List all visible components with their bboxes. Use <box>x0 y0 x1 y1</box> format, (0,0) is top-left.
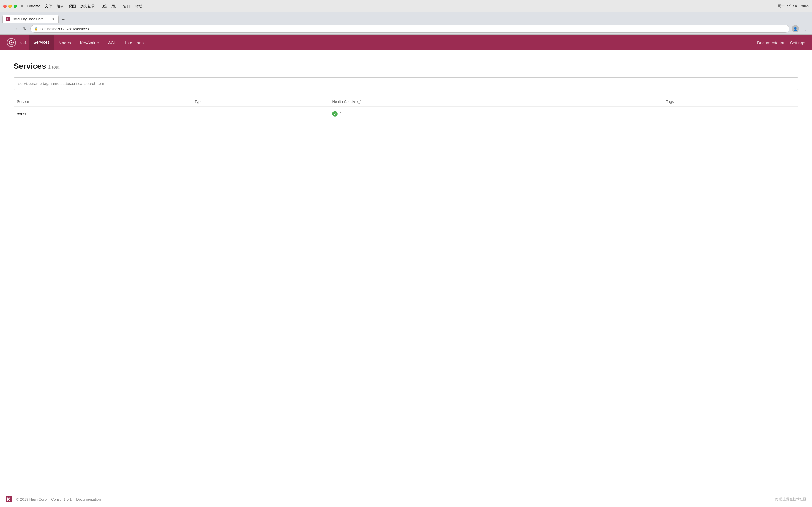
consul-icon <box>9 40 14 45</box>
documentation-link[interactable]: Documentation <box>757 40 785 45</box>
help-menu[interactable]: 帮助 <box>135 4 142 9</box>
column-tags: Tags <box>663 97 799 107</box>
nav-link-intentions[interactable]: Intentions <box>121 35 148 50</box>
bookmarks-menu[interactable]: 书签 <box>100 4 107 9</box>
consul-footer: © 2019 HashiCorp Consul 1.5.1 Documentat… <box>0 490 812 507</box>
time-display: 周一 下午5:51 <box>778 4 799 8</box>
close-button[interactable] <box>3 4 7 8</box>
column-type: Type <box>191 97 329 107</box>
active-tab[interactable]: C Consul by HashiCorp ✕ <box>2 15 59 23</box>
footer-documentation-link[interactable]: Documentation <box>76 497 101 501</box>
menu-bar:  Chrome 文件 编辑 视图 历史记录 书签 用户 窗口 帮助 <box>21 4 142 9</box>
footer-copyright: © 2019 HashiCorp <box>16 497 47 501</box>
reload-button[interactable]: ↻ <box>21 25 28 32</box>
status-icons: 周一 下午5:51 xuan <box>778 4 809 8</box>
main-content: Services 1 total Service Type Health Che… <box>0 50 812 490</box>
apple-menu[interactable]:  <box>21 4 23 8</box>
datacenter-label: dc1 <box>20 40 27 45</box>
tab-bar: C Consul by HashiCorp ✕ + <box>0 12 812 23</box>
maximize-button[interactable] <box>13 4 17 8</box>
security-icon: 🔓 <box>34 27 38 31</box>
forward-button[interactable]: → <box>12 25 19 32</box>
svg-point-1 <box>11 42 12 43</box>
view-menu[interactable]: 视图 <box>68 4 76 9</box>
user-display: xuan <box>801 4 809 8</box>
column-health-checks: Health Checks i <box>329 97 663 107</box>
footer-links: © 2019 HashiCorp Consul 1.5.1 Documentat… <box>16 497 101 501</box>
consul-app: dc1 Services Nodes Key/Value ACL Intenti… <box>0 35 812 507</box>
edit-menu[interactable]: 编辑 <box>57 4 64 9</box>
health-count: 1 <box>340 112 342 116</box>
address-bar[interactable]: 🔓 localhost:8500/ui/dc1/services <box>31 25 790 33</box>
url-display: localhost:8500/ui/dc1/services <box>40 27 89 31</box>
nav-link-nodes[interactable]: Nodes <box>54 35 75 50</box>
nav-link-services[interactable]: Services <box>29 35 54 50</box>
titlebar-left:  Chrome 文件 编辑 视图 历史记录 书签 用户 窗口 帮助 <box>3 4 142 9</box>
nav-links: Services Nodes Key/Value ACL Intentions <box>29 35 757 50</box>
file-menu[interactable]: 文件 <box>45 4 52 9</box>
nav-right: Documentation Settings <box>757 40 805 45</box>
nav-link-acl[interactable]: ACL <box>103 35 121 50</box>
services-table: Service Type Health Checks i Tags consul <box>13 97 799 121</box>
table-row[interactable]: consul 1 <box>13 107 799 121</box>
chrome-menu[interactable]: Chrome <box>28 4 40 8</box>
health-cell: 1 <box>332 111 659 117</box>
service-tags <box>663 107 799 121</box>
service-name: consul <box>17 112 28 116</box>
column-service: Service <box>13 97 191 107</box>
consul-logo[interactable] <box>7 38 16 47</box>
nav-link-keyvalue[interactable]: Key/Value <box>75 35 103 50</box>
table-header: Service Type Health Checks i Tags <box>13 97 799 107</box>
health-checks-info-icon[interactable]: i <box>357 100 361 104</box>
table-body: consul 1 <box>13 107 799 121</box>
traffic-lights <box>3 4 17 8</box>
service-type <box>191 107 329 121</box>
history-menu[interactable]: 历史记录 <box>80 4 95 9</box>
checkmark-icon <box>333 112 337 115</box>
page-subtitle: 1 total <box>48 65 61 70</box>
titlebar:  Chrome 文件 编辑 视图 历史记录 书签 用户 窗口 帮助 周一 下午… <box>0 0 812 12</box>
search-input[interactable] <box>13 77 799 90</box>
footer-hashicorp-icon <box>6 496 12 502</box>
footer-logo <box>6 496 12 502</box>
tab-favicon: C <box>6 17 10 21</box>
titlebar-right: 周一 下午5:51 xuan <box>778 4 809 8</box>
footer-community: @ 掘土掘金技术社区 <box>775 497 806 502</box>
new-tab-button[interactable]: + <box>60 16 66 23</box>
omnibar: ← → ↻ 🔓 localhost:8500/ui/dc1/services 👤… <box>0 23 812 34</box>
browser-chrome: C Consul by HashiCorp ✕ + ← → ↻ 🔓 localh… <box>0 12 812 35</box>
page-title-row: Services 1 total <box>13 62 799 71</box>
window-menu[interactable]: 窗口 <box>123 4 131 9</box>
page-title: Services <box>13 62 46 71</box>
health-check-passing-icon <box>332 111 338 117</box>
more-options-button[interactable]: ⋮ <box>801 25 809 33</box>
consul-navbar: dc1 Services Nodes Key/Value ACL Intenti… <box>0 35 812 50</box>
footer-version[interactable]: Consul 1.5.1 <box>51 497 71 501</box>
minimize-button[interactable] <box>8 4 12 8</box>
back-button[interactable]: ← <box>3 25 10 32</box>
tab-title: Consul by HashiCorp <box>11 17 43 21</box>
consul-logo-icon <box>7 38 16 47</box>
user-menu[interactable]: 用户 <box>111 4 119 9</box>
settings-link[interactable]: Settings <box>790 40 805 45</box>
profile-button[interactable]: 👤 <box>792 25 799 33</box>
tab-close-button[interactable]: ✕ <box>50 17 55 21</box>
